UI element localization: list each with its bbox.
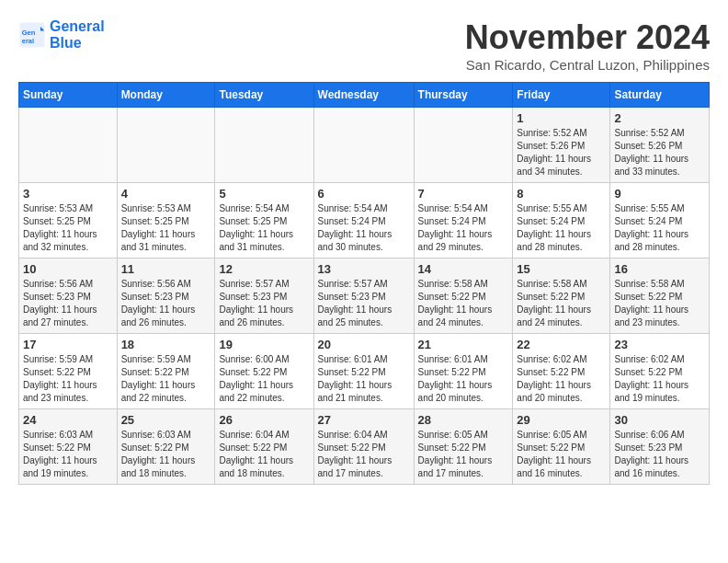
calendar-cell: 14Sunrise: 5:58 AM Sunset: 5:22 PM Dayli… [414,259,513,334]
calendar-table: SundayMondayTuesdayWednesdayThursdayFrid… [18,82,710,485]
day-number: 7 [418,187,509,201]
day-info: Sunrise: 5:59 AM Sunset: 5:22 PM Dayligh… [121,353,211,405]
calendar-cell: 1Sunrise: 5:52 AM Sunset: 5:26 PM Daylig… [513,108,610,183]
day-number: 27 [318,413,410,427]
day-number: 12 [219,262,309,276]
calendar-cell: 4Sunrise: 5:53 AM Sunset: 5:25 PM Daylig… [117,183,215,259]
day-number: 15 [517,262,606,276]
calendar-cell: 28Sunrise: 6:05 AM Sunset: 5:22 PM Dayli… [414,409,513,485]
day-info: Sunrise: 5:53 AM Sunset: 5:25 PM Dayligh… [121,202,211,254]
calendar-cell: 16Sunrise: 5:58 AM Sunset: 5:22 PM Dayli… [610,259,710,334]
calendar-cell: 23Sunrise: 6:02 AM Sunset: 5:22 PM Dayli… [610,334,710,409]
calendar-cell: 22Sunrise: 6:02 AM Sunset: 5:22 PM Dayli… [513,334,610,409]
logo-line2: Blue [50,35,105,52]
calendar-week-2: 3Sunrise: 5:53 AM Sunset: 5:25 PM Daylig… [19,183,710,259]
day-info: Sunrise: 5:57 AM Sunset: 5:23 PM Dayligh… [318,278,410,329]
day-info: Sunrise: 6:04 AM Sunset: 5:22 PM Dayligh… [318,429,410,480]
day-number: 23 [614,338,705,351]
day-info: Sunrise: 5:57 AM Sunset: 5:23 PM Dayligh… [219,278,309,329]
calendar-cell: 9Sunrise: 5:55 AM Sunset: 5:24 PM Daylig… [610,183,710,259]
calendar-cell: 18Sunrise: 5:59 AM Sunset: 5:22 PM Dayli… [117,334,215,409]
calendar-cell: 5Sunrise: 5:54 AM Sunset: 5:25 PM Daylig… [215,183,313,259]
calendar-cell: 17Sunrise: 5:59 AM Sunset: 5:22 PM Dayli… [19,334,118,409]
calendar-header-saturday: Saturday [610,83,710,108]
calendar-cell [215,108,313,183]
day-info: Sunrise: 6:00 AM Sunset: 5:22 PM Dayligh… [219,353,309,405]
calendar-week-4: 17Sunrise: 5:59 AM Sunset: 5:22 PM Dayli… [19,334,710,409]
calendar-cell [19,108,118,183]
day-info: Sunrise: 6:03 AM Sunset: 5:22 PM Dayligh… [121,429,211,480]
day-info: Sunrise: 5:54 AM Sunset: 5:24 PM Dayligh… [418,202,509,254]
calendar-header-wednesday: Wednesday [313,83,414,108]
calendar-week-1: 1Sunrise: 5:52 AM Sunset: 5:26 PM Daylig… [19,108,710,183]
calendar-header-friday: Friday [513,83,610,108]
page-header: Gen eral General Blue November 2024 San … [18,18,710,73]
day-number: 24 [23,413,113,427]
calendar-cell: 27Sunrise: 6:04 AM Sunset: 5:22 PM Dayli… [313,409,414,485]
day-number: 4 [121,187,211,201]
day-info: Sunrise: 6:02 AM Sunset: 5:22 PM Dayligh… [517,353,606,405]
day-number: 26 [219,413,309,427]
day-number: 9 [614,187,705,201]
day-number: 1 [517,111,606,125]
logo: Gen eral General Blue [18,18,105,52]
svg-text:eral: eral [22,37,34,45]
day-number: 18 [121,338,211,351]
calendar-cell: 29Sunrise: 6:05 AM Sunset: 5:22 PM Dayli… [513,409,610,485]
day-number: 14 [418,262,509,276]
calendar-cell: 26Sunrise: 6:04 AM Sunset: 5:22 PM Dayli… [215,409,313,485]
day-number: 17 [23,338,113,351]
calendar-cell [313,108,414,183]
calendar-cell: 24Sunrise: 6:03 AM Sunset: 5:22 PM Dayli… [19,409,118,485]
calendar-cell: 21Sunrise: 6:01 AM Sunset: 5:22 PM Dayli… [414,334,513,409]
day-info: Sunrise: 6:03 AM Sunset: 5:22 PM Dayligh… [23,429,113,480]
location-subtitle: San Ricardo, Central Luzon, Philippines [465,57,710,73]
day-number: 8 [517,187,606,201]
logo-line1: General [50,18,105,35]
day-number: 2 [614,111,705,125]
calendar-header-thursday: Thursday [414,83,513,108]
day-info: Sunrise: 6:05 AM Sunset: 5:22 PM Dayligh… [517,429,606,480]
calendar-header-tuesday: Tuesday [215,83,313,108]
day-info: Sunrise: 5:53 AM Sunset: 5:25 PM Dayligh… [23,202,113,254]
calendar-cell: 10Sunrise: 5:56 AM Sunset: 5:23 PM Dayli… [19,259,118,334]
day-number: 16 [614,262,705,276]
day-info: Sunrise: 6:01 AM Sunset: 5:22 PM Dayligh… [418,353,509,405]
calendar-cell: 11Sunrise: 5:56 AM Sunset: 5:23 PM Dayli… [117,259,215,334]
calendar-header: SundayMondayTuesdayWednesdayThursdayFrid… [19,83,710,108]
day-info: Sunrise: 6:06 AM Sunset: 5:23 PM Dayligh… [614,429,705,480]
day-number: 30 [614,413,705,427]
day-info: Sunrise: 5:52 AM Sunset: 5:26 PM Dayligh… [517,127,606,178]
calendar-cell [117,108,215,183]
calendar-cell: 20Sunrise: 6:01 AM Sunset: 5:22 PM Dayli… [313,334,414,409]
calendar-header-monday: Monday [117,83,215,108]
month-title: November 2024 [465,18,710,57]
calendar-cell: 2Sunrise: 5:52 AM Sunset: 5:26 PM Daylig… [610,108,710,183]
day-number: 6 [318,187,410,201]
calendar-cell: 12Sunrise: 5:57 AM Sunset: 5:23 PM Dayli… [215,259,313,334]
day-info: Sunrise: 5:54 AM Sunset: 5:24 PM Dayligh… [318,202,410,254]
day-number: 19 [219,338,309,351]
calendar-cell: 13Sunrise: 5:57 AM Sunset: 5:23 PM Dayli… [313,259,414,334]
logo-icon: Gen eral [18,21,46,49]
day-number: 11 [121,262,211,276]
day-info: Sunrise: 6:01 AM Sunset: 5:22 PM Dayligh… [318,353,410,405]
day-info: Sunrise: 6:02 AM Sunset: 5:22 PM Dayligh… [614,353,705,405]
calendar-cell: 19Sunrise: 6:00 AM Sunset: 5:22 PM Dayli… [215,334,313,409]
day-number: 20 [318,338,410,351]
calendar-cell: 6Sunrise: 5:54 AM Sunset: 5:24 PM Daylig… [313,183,414,259]
day-number: 5 [219,187,309,201]
day-number: 13 [318,262,410,276]
day-info: Sunrise: 5:56 AM Sunset: 5:23 PM Dayligh… [23,278,113,329]
day-number: 28 [418,413,509,427]
day-info: Sunrise: 5:56 AM Sunset: 5:23 PM Dayligh… [121,278,211,329]
day-info: Sunrise: 5:52 AM Sunset: 5:26 PM Dayligh… [614,127,705,178]
calendar-cell [414,108,513,183]
day-info: Sunrise: 6:04 AM Sunset: 5:22 PM Dayligh… [219,429,309,480]
calendar-week-5: 24Sunrise: 6:03 AM Sunset: 5:22 PM Dayli… [19,409,710,485]
day-number: 29 [517,413,606,427]
calendar-week-3: 10Sunrise: 5:56 AM Sunset: 5:23 PM Dayli… [19,259,710,334]
svg-text:Gen: Gen [22,29,36,37]
day-info: Sunrise: 5:54 AM Sunset: 5:25 PM Dayligh… [219,202,309,254]
calendar-cell: 7Sunrise: 5:54 AM Sunset: 5:24 PM Daylig… [414,183,513,259]
